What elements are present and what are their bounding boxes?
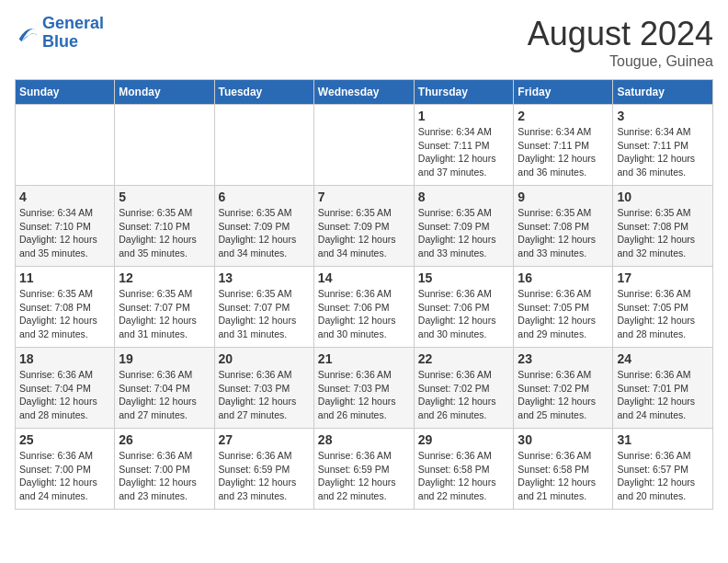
day-info: Sunrise: 6:35 AM Sunset: 7:08 PM Dayligh…: [19, 287, 110, 341]
calendar-cell: 1Sunrise: 6:34 AM Sunset: 7:11 PM Daylig…: [414, 105, 514, 186]
day-info: Sunrise: 6:35 AM Sunset: 7:08 PM Dayligh…: [617, 206, 709, 260]
day-number: 26: [119, 432, 210, 447]
calendar-cell: [115, 105, 214, 186]
day-number: 13: [219, 270, 310, 285]
weekday-header-sunday: Sunday: [16, 80, 115, 105]
day-number: 1: [418, 109, 510, 123]
day-info: Sunrise: 6:35 AM Sunset: 7:09 PM Dayligh…: [418, 206, 510, 260]
day-number: 19: [119, 351, 210, 366]
day-number: 20: [219, 351, 310, 366]
day-number: 3: [617, 109, 709, 123]
title-area: August 2024 Tougue, Guinea: [528, 15, 713, 70]
calendar-cell: [214, 105, 313, 186]
calendar-cell: 30Sunrise: 6:36 AM Sunset: 6:58 PM Dayli…: [514, 429, 613, 510]
calendar-table: SundayMondayTuesdayWednesdayThursdayFrid…: [15, 79, 713, 510]
calendar-cell: 31Sunrise: 6:36 AM Sunset: 6:57 PM Dayli…: [613, 429, 713, 510]
day-info: Sunrise: 6:36 AM Sunset: 6:58 PM Dayligh…: [418, 449, 510, 503]
day-info: Sunrise: 6:36 AM Sunset: 7:01 PM Dayligh…: [617, 368, 709, 422]
day-info: Sunrise: 6:35 AM Sunset: 7:10 PM Dayligh…: [119, 206, 210, 260]
day-info: Sunrise: 6:34 AM Sunset: 7:10 PM Dayligh…: [19, 206, 110, 260]
day-info: Sunrise: 6:35 AM Sunset: 7:09 PM Dayligh…: [219, 206, 310, 260]
logo: General Blue: [15, 15, 104, 52]
day-info: Sunrise: 6:36 AM Sunset: 7:04 PM Dayligh…: [19, 368, 110, 422]
day-number: 9: [518, 190, 609, 204]
day-info: Sunrise: 6:36 AM Sunset: 6:57 PM Dayligh…: [617, 449, 709, 503]
page-header: General Blue August 2024 Tougue, Guinea: [15, 15, 713, 70]
day-number: 10: [617, 190, 709, 204]
weekday-header-friday: Friday: [514, 80, 613, 105]
calendar-cell: 20Sunrise: 6:36 AM Sunset: 7:03 PM Dayli…: [214, 348, 313, 429]
day-number: 25: [19, 432, 110, 447]
calendar-week-row: 4Sunrise: 6:34 AM Sunset: 7:10 PM Daylig…: [16, 186, 713, 267]
logo-icon: [15, 20, 40, 46]
day-number: 16: [518, 270, 609, 285]
calendar-cell: 21Sunrise: 6:36 AM Sunset: 7:03 PM Dayli…: [313, 348, 414, 429]
weekday-header-wednesday: Wednesday: [313, 80, 414, 105]
day-info: Sunrise: 6:36 AM Sunset: 7:00 PM Dayligh…: [119, 449, 210, 503]
day-info: Sunrise: 6:35 AM Sunset: 7:07 PM Dayligh…: [119, 287, 210, 341]
day-info: Sunrise: 6:35 AM Sunset: 7:08 PM Dayligh…: [518, 206, 609, 260]
calendar-cell: 16Sunrise: 6:36 AM Sunset: 7:05 PM Dayli…: [514, 267, 613, 348]
calendar-cell: 19Sunrise: 6:36 AM Sunset: 7:04 PM Dayli…: [115, 348, 214, 429]
calendar-week-row: 18Sunrise: 6:36 AM Sunset: 7:04 PM Dayli…: [16, 348, 713, 429]
calendar-cell: 13Sunrise: 6:35 AM Sunset: 7:07 PM Dayli…: [214, 267, 313, 348]
day-info: Sunrise: 6:36 AM Sunset: 7:05 PM Dayligh…: [518, 287, 609, 341]
day-number: 28: [318, 432, 410, 447]
calendar-cell: 14Sunrise: 6:36 AM Sunset: 7:06 PM Dayli…: [313, 267, 414, 348]
calendar-cell: 5Sunrise: 6:35 AM Sunset: 7:10 PM Daylig…: [115, 186, 214, 267]
calendar-cell: 23Sunrise: 6:36 AM Sunset: 7:02 PM Dayli…: [514, 348, 613, 429]
day-info: Sunrise: 6:36 AM Sunset: 7:02 PM Dayligh…: [518, 368, 609, 422]
calendar-cell: 3Sunrise: 6:34 AM Sunset: 7:11 PM Daylig…: [613, 105, 713, 186]
day-number: 8: [418, 190, 510, 204]
day-info: Sunrise: 6:36 AM Sunset: 7:06 PM Dayligh…: [418, 287, 510, 341]
calendar-cell: 18Sunrise: 6:36 AM Sunset: 7:04 PM Dayli…: [16, 348, 115, 429]
day-number: 6: [219, 190, 310, 204]
day-info: Sunrise: 6:36 AM Sunset: 6:58 PM Dayligh…: [518, 449, 609, 503]
calendar-cell: 25Sunrise: 6:36 AM Sunset: 7:00 PM Dayli…: [16, 429, 115, 510]
day-number: 22: [418, 351, 510, 366]
calendar-cell: [313, 105, 414, 186]
day-info: Sunrise: 6:36 AM Sunset: 7:00 PM Dayligh…: [19, 449, 110, 503]
calendar-cell: 10Sunrise: 6:35 AM Sunset: 7:08 PM Dayli…: [613, 186, 713, 267]
day-number: 29: [418, 432, 510, 447]
calendar-cell: 28Sunrise: 6:36 AM Sunset: 6:59 PM Dayli…: [313, 429, 414, 510]
calendar-cell: 4Sunrise: 6:34 AM Sunset: 7:10 PM Daylig…: [16, 186, 115, 267]
weekday-header-monday: Monday: [115, 80, 214, 105]
day-number: 4: [19, 190, 110, 204]
day-number: 30: [518, 432, 609, 447]
day-number: 7: [318, 190, 410, 204]
calendar-cell: 15Sunrise: 6:36 AM Sunset: 7:06 PM Dayli…: [414, 267, 514, 348]
day-info: Sunrise: 6:34 AM Sunset: 7:11 PM Dayligh…: [518, 125, 609, 179]
calendar-cell: 24Sunrise: 6:36 AM Sunset: 7:01 PM Dayli…: [613, 348, 713, 429]
calendar-cell: [16, 105, 115, 186]
day-info: Sunrise: 6:36 AM Sunset: 7:03 PM Dayligh…: [318, 368, 410, 422]
day-number: 11: [19, 270, 110, 285]
day-number: 21: [318, 351, 410, 366]
weekday-header-tuesday: Tuesday: [214, 80, 313, 105]
day-number: 18: [19, 351, 110, 366]
logo-text: General Blue: [42, 15, 104, 52]
calendar-cell: 8Sunrise: 6:35 AM Sunset: 7:09 PM Daylig…: [414, 186, 514, 267]
day-info: Sunrise: 6:34 AM Sunset: 7:11 PM Dayligh…: [418, 125, 510, 179]
day-number: 2: [518, 109, 609, 123]
day-info: Sunrise: 6:36 AM Sunset: 7:04 PM Dayligh…: [119, 368, 210, 422]
day-number: 31: [617, 432, 709, 447]
day-number: 23: [518, 351, 609, 366]
day-info: Sunrise: 6:36 AM Sunset: 7:06 PM Dayligh…: [318, 287, 410, 341]
day-number: 14: [318, 270, 410, 285]
day-number: 15: [418, 270, 510, 285]
calendar-cell: 2Sunrise: 6:34 AM Sunset: 7:11 PM Daylig…: [514, 105, 613, 186]
location-subtitle: Tougue, Guinea: [528, 53, 713, 70]
calendar-cell: 22Sunrise: 6:36 AM Sunset: 7:02 PM Dayli…: [414, 348, 514, 429]
calendar-cell: 26Sunrise: 6:36 AM Sunset: 7:00 PM Dayli…: [115, 429, 214, 510]
calendar-week-row: 1Sunrise: 6:34 AM Sunset: 7:11 PM Daylig…: [16, 105, 713, 186]
day-info: Sunrise: 6:35 AM Sunset: 7:09 PM Dayligh…: [318, 206, 410, 260]
day-info: Sunrise: 6:34 AM Sunset: 7:11 PM Dayligh…: [617, 125, 709, 179]
calendar-week-row: 11Sunrise: 6:35 AM Sunset: 7:08 PM Dayli…: [16, 267, 713, 348]
calendar-cell: 11Sunrise: 6:35 AM Sunset: 7:08 PM Dayli…: [16, 267, 115, 348]
calendar-cell: 17Sunrise: 6:36 AM Sunset: 7:05 PM Dayli…: [613, 267, 713, 348]
weekday-header-row: SundayMondayTuesdayWednesdayThursdayFrid…: [16, 80, 713, 105]
weekday-header-saturday: Saturday: [613, 80, 713, 105]
day-info: Sunrise: 6:36 AM Sunset: 7:05 PM Dayligh…: [617, 287, 709, 341]
day-number: 24: [617, 351, 709, 366]
